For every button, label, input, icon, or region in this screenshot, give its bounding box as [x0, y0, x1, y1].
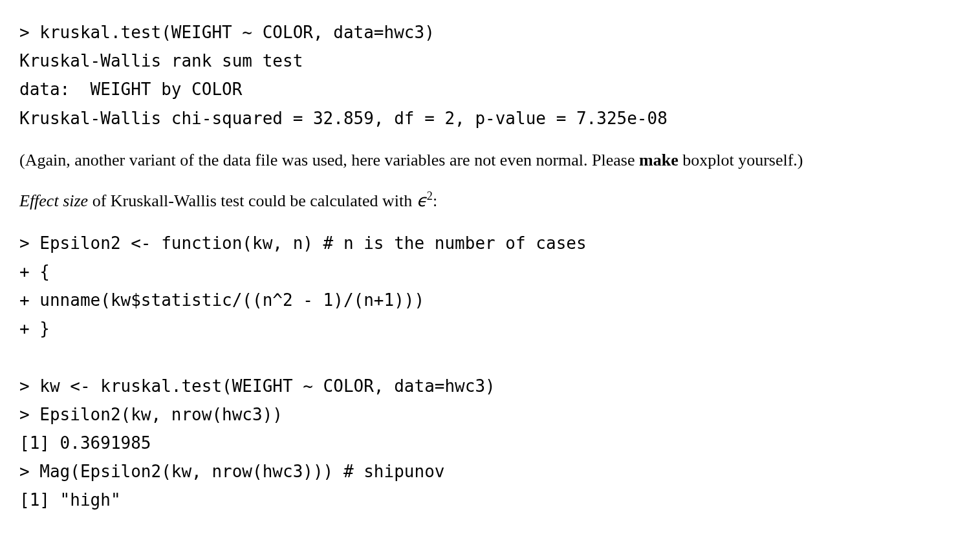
- code-block-2: > Epsilon2 <- function(kw, n) # n is the…: [19, 229, 937, 515]
- code-line: > kruskal.test(WEIGHT ~ COLOR, data=hwc3…: [19, 23, 435, 42]
- code-line: + }: [19, 319, 50, 338]
- text: boxplot yourself.): [679, 151, 803, 169]
- code-line: + {: [19, 262, 50, 281]
- text: :: [433, 191, 437, 210]
- code-line: Kruskal-Wallis rank sum test: [19, 51, 303, 70]
- bold-text: make: [639, 151, 679, 169]
- italic-text: Effect size: [19, 191, 88, 210]
- code-line: + unname(kw$statistic/((n^2 - 1)/(n+1))): [19, 290, 424, 310]
- code-line: > Epsilon2 <- function(kw, n) # n is the…: [19, 233, 587, 253]
- text: of Kruskall-Wallis test could be calcula…: [88, 191, 417, 210]
- code-block-1: > kruskal.test(WEIGHT ~ COLOR, data=hwc3…: [19, 18, 937, 133]
- code-line: [1] 0.3691985: [19, 433, 151, 453]
- code-line: data: WEIGHT by COLOR: [19, 80, 242, 99]
- epsilon-symbol: ϵ: [417, 191, 427, 210]
- text: (Again, another variant of the data file…: [19, 151, 639, 169]
- code-line: > kw <- kruskal.test(WEIGHT ~ COLOR, dat…: [19, 376, 495, 396]
- code-line: > Epsilon2(kw, nrow(hwc3)): [19, 405, 283, 424]
- code-line: > Mag(Epsilon2(kw, nrow(hwc3))) # shipun…: [19, 462, 444, 481]
- paragraph-2: Effect size of Kruskall-Wallis test coul…: [19, 188, 937, 213]
- code-line: [1] "high": [19, 490, 121, 510]
- superscript: 2: [427, 189, 433, 202]
- paragraph-1: (Again, another variant of the data file…: [19, 148, 937, 173]
- code-line: Kruskal-Wallis chi-squared = 32.859, df …: [19, 109, 668, 128]
